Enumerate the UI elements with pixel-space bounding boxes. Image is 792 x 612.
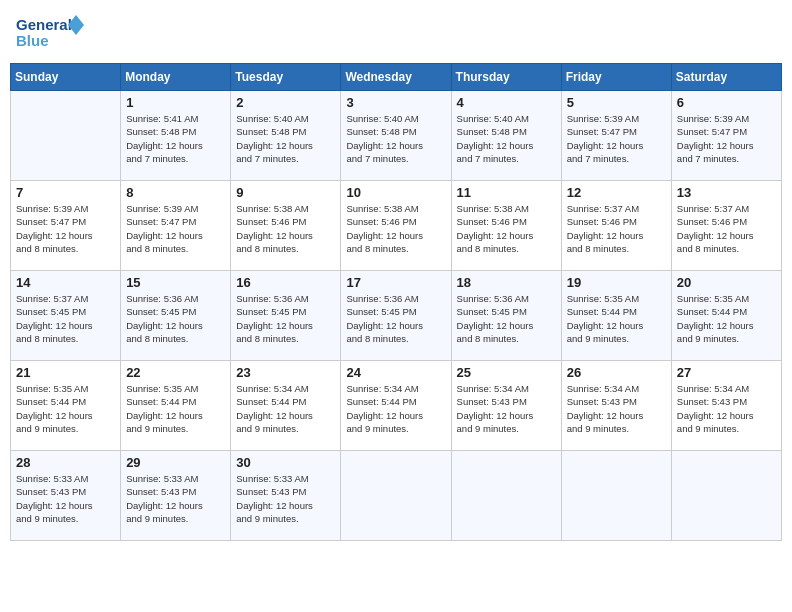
day-number: 17 xyxy=(346,275,445,290)
day-info: Sunrise: 5:37 AM Sunset: 5:46 PM Dayligh… xyxy=(677,202,776,255)
day-info: Sunrise: 5:39 AM Sunset: 5:47 PM Dayligh… xyxy=(677,112,776,165)
day-number: 1 xyxy=(126,95,225,110)
day-info: Sunrise: 5:38 AM Sunset: 5:46 PM Dayligh… xyxy=(457,202,556,255)
day-cell xyxy=(671,451,781,541)
day-number: 24 xyxy=(346,365,445,380)
svg-text:General: General xyxy=(16,16,72,33)
day-info: Sunrise: 5:40 AM Sunset: 5:48 PM Dayligh… xyxy=(236,112,335,165)
day-info: Sunrise: 5:38 AM Sunset: 5:46 PM Dayligh… xyxy=(236,202,335,255)
day-cell: 11Sunrise: 5:38 AM Sunset: 5:46 PM Dayli… xyxy=(451,181,561,271)
week-row-2: 7Sunrise: 5:39 AM Sunset: 5:47 PM Daylig… xyxy=(11,181,782,271)
week-row-3: 14Sunrise: 5:37 AM Sunset: 5:45 PM Dayli… xyxy=(11,271,782,361)
day-number: 26 xyxy=(567,365,666,380)
day-number: 4 xyxy=(457,95,556,110)
day-cell: 26Sunrise: 5:34 AM Sunset: 5:43 PM Dayli… xyxy=(561,361,671,451)
day-cell: 3Sunrise: 5:40 AM Sunset: 5:48 PM Daylig… xyxy=(341,91,451,181)
day-info: Sunrise: 5:33 AM Sunset: 5:43 PM Dayligh… xyxy=(126,472,225,525)
day-cell: 2Sunrise: 5:40 AM Sunset: 5:48 PM Daylig… xyxy=(231,91,341,181)
day-info: Sunrise: 5:39 AM Sunset: 5:47 PM Dayligh… xyxy=(126,202,225,255)
day-number: 9 xyxy=(236,185,335,200)
day-cell: 8Sunrise: 5:39 AM Sunset: 5:47 PM Daylig… xyxy=(121,181,231,271)
day-number: 7 xyxy=(16,185,115,200)
day-cell: 20Sunrise: 5:35 AM Sunset: 5:44 PM Dayli… xyxy=(671,271,781,361)
day-cell: 5Sunrise: 5:39 AM Sunset: 5:47 PM Daylig… xyxy=(561,91,671,181)
day-number: 30 xyxy=(236,455,335,470)
day-number: 3 xyxy=(346,95,445,110)
day-info: Sunrise: 5:34 AM Sunset: 5:44 PM Dayligh… xyxy=(236,382,335,435)
week-row-1: 1Sunrise: 5:41 AM Sunset: 5:48 PM Daylig… xyxy=(11,91,782,181)
day-number: 27 xyxy=(677,365,776,380)
day-number: 28 xyxy=(16,455,115,470)
day-number: 16 xyxy=(236,275,335,290)
col-header-wednesday: Wednesday xyxy=(341,64,451,91)
day-info: Sunrise: 5:36 AM Sunset: 5:45 PM Dayligh… xyxy=(126,292,225,345)
day-cell xyxy=(561,451,671,541)
day-info: Sunrise: 5:34 AM Sunset: 5:43 PM Dayligh… xyxy=(567,382,666,435)
week-row-5: 28Sunrise: 5:33 AM Sunset: 5:43 PM Dayli… xyxy=(11,451,782,541)
day-number: 13 xyxy=(677,185,776,200)
day-info: Sunrise: 5:39 AM Sunset: 5:47 PM Dayligh… xyxy=(16,202,115,255)
day-info: Sunrise: 5:33 AM Sunset: 5:43 PM Dayligh… xyxy=(236,472,335,525)
day-info: Sunrise: 5:34 AM Sunset: 5:44 PM Dayligh… xyxy=(346,382,445,435)
day-cell: 29Sunrise: 5:33 AM Sunset: 5:43 PM Dayli… xyxy=(121,451,231,541)
day-info: Sunrise: 5:36 AM Sunset: 5:45 PM Dayligh… xyxy=(457,292,556,345)
day-cell: 6Sunrise: 5:39 AM Sunset: 5:47 PM Daylig… xyxy=(671,91,781,181)
day-number: 11 xyxy=(457,185,556,200)
day-cell: 1Sunrise: 5:41 AM Sunset: 5:48 PM Daylig… xyxy=(121,91,231,181)
day-number: 12 xyxy=(567,185,666,200)
day-cell: 21Sunrise: 5:35 AM Sunset: 5:44 PM Dayli… xyxy=(11,361,121,451)
day-cell: 25Sunrise: 5:34 AM Sunset: 5:43 PM Dayli… xyxy=(451,361,561,451)
day-number: 29 xyxy=(126,455,225,470)
day-cell: 17Sunrise: 5:36 AM Sunset: 5:45 PM Dayli… xyxy=(341,271,451,361)
day-info: Sunrise: 5:33 AM Sunset: 5:43 PM Dayligh… xyxy=(16,472,115,525)
calendar-table: SundayMondayTuesdayWednesdayThursdayFrid… xyxy=(10,63,782,541)
day-info: Sunrise: 5:40 AM Sunset: 5:48 PM Dayligh… xyxy=(346,112,445,165)
day-info: Sunrise: 5:35 AM Sunset: 5:44 PM Dayligh… xyxy=(567,292,666,345)
day-number: 2 xyxy=(236,95,335,110)
day-cell: 27Sunrise: 5:34 AM Sunset: 5:43 PM Dayli… xyxy=(671,361,781,451)
day-number: 21 xyxy=(16,365,115,380)
day-number: 10 xyxy=(346,185,445,200)
day-info: Sunrise: 5:37 AM Sunset: 5:45 PM Dayligh… xyxy=(16,292,115,345)
logo-svg: General Blue xyxy=(14,10,84,55)
day-number: 19 xyxy=(567,275,666,290)
day-cell: 22Sunrise: 5:35 AM Sunset: 5:44 PM Dayli… xyxy=(121,361,231,451)
day-cell: 7Sunrise: 5:39 AM Sunset: 5:47 PM Daylig… xyxy=(11,181,121,271)
col-header-monday: Monday xyxy=(121,64,231,91)
day-info: Sunrise: 5:38 AM Sunset: 5:46 PM Dayligh… xyxy=(346,202,445,255)
day-cell: 28Sunrise: 5:33 AM Sunset: 5:43 PM Dayli… xyxy=(11,451,121,541)
day-info: Sunrise: 5:34 AM Sunset: 5:43 PM Dayligh… xyxy=(457,382,556,435)
day-cell xyxy=(451,451,561,541)
day-number: 22 xyxy=(126,365,225,380)
day-cell: 4Sunrise: 5:40 AM Sunset: 5:48 PM Daylig… xyxy=(451,91,561,181)
day-cell: 16Sunrise: 5:36 AM Sunset: 5:45 PM Dayli… xyxy=(231,271,341,361)
day-cell: 10Sunrise: 5:38 AM Sunset: 5:46 PM Dayli… xyxy=(341,181,451,271)
day-info: Sunrise: 5:35 AM Sunset: 5:44 PM Dayligh… xyxy=(126,382,225,435)
logo: General Blue xyxy=(14,10,84,55)
day-number: 8 xyxy=(126,185,225,200)
day-cell: 19Sunrise: 5:35 AM Sunset: 5:44 PM Dayli… xyxy=(561,271,671,361)
day-number: 18 xyxy=(457,275,556,290)
day-cell: 15Sunrise: 5:36 AM Sunset: 5:45 PM Dayli… xyxy=(121,271,231,361)
day-info: Sunrise: 5:35 AM Sunset: 5:44 PM Dayligh… xyxy=(677,292,776,345)
day-info: Sunrise: 5:36 AM Sunset: 5:45 PM Dayligh… xyxy=(346,292,445,345)
day-info: Sunrise: 5:34 AM Sunset: 5:43 PM Dayligh… xyxy=(677,382,776,435)
day-number: 5 xyxy=(567,95,666,110)
day-cell xyxy=(341,451,451,541)
day-cell: 14Sunrise: 5:37 AM Sunset: 5:45 PM Dayli… xyxy=(11,271,121,361)
day-number: 15 xyxy=(126,275,225,290)
day-number: 6 xyxy=(677,95,776,110)
day-cell: 18Sunrise: 5:36 AM Sunset: 5:45 PM Dayli… xyxy=(451,271,561,361)
day-info: Sunrise: 5:37 AM Sunset: 5:46 PM Dayligh… xyxy=(567,202,666,255)
page-header: General Blue xyxy=(10,10,782,55)
col-header-sunday: Sunday xyxy=(11,64,121,91)
day-info: Sunrise: 5:40 AM Sunset: 5:48 PM Dayligh… xyxy=(457,112,556,165)
calendar-header-row: SundayMondayTuesdayWednesdayThursdayFrid… xyxy=(11,64,782,91)
day-cell: 30Sunrise: 5:33 AM Sunset: 5:43 PM Dayli… xyxy=(231,451,341,541)
day-info: Sunrise: 5:36 AM Sunset: 5:45 PM Dayligh… xyxy=(236,292,335,345)
col-header-tuesday: Tuesday xyxy=(231,64,341,91)
day-info: Sunrise: 5:39 AM Sunset: 5:47 PM Dayligh… xyxy=(567,112,666,165)
day-cell: 24Sunrise: 5:34 AM Sunset: 5:44 PM Dayli… xyxy=(341,361,451,451)
svg-text:Blue: Blue xyxy=(16,32,49,49)
day-info: Sunrise: 5:41 AM Sunset: 5:48 PM Dayligh… xyxy=(126,112,225,165)
